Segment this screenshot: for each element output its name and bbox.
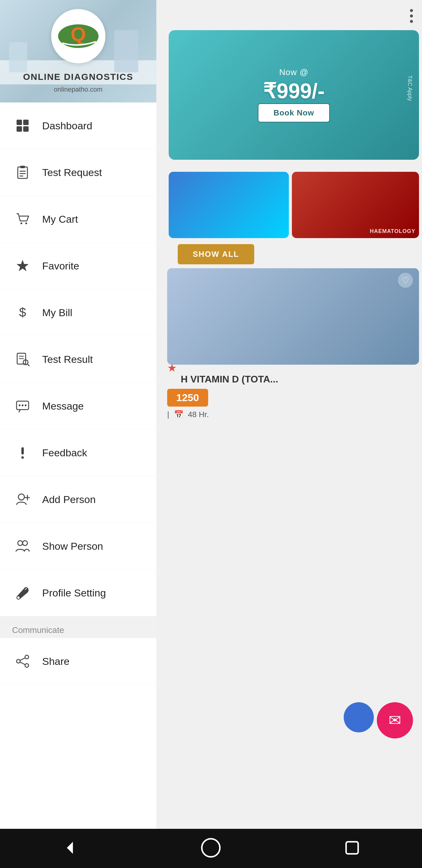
test-request-label: Test Request	[42, 167, 102, 179]
add-person-label: Add Person	[42, 494, 96, 505]
clipboard-icon	[12, 162, 33, 183]
profile-setting-label: Profile Setting	[42, 587, 106, 599]
my-bill-label: My Bill	[42, 307, 72, 318]
heart-icon[interactable]: ♡	[398, 273, 413, 288]
product-card[interactable]: ♡	[167, 268, 419, 365]
brand-name: ONLINE DIAGNOSTICS	[0, 72, 156, 82]
sidebar-item-my-bill[interactable]: $ My Bill	[0, 289, 156, 336]
svg-text:$: $	[19, 305, 26, 319]
product-name: H VITAMIN D (TOTA...	[181, 374, 419, 385]
bottom-navigation-bar	[0, 829, 422, 868]
svg-point-22	[22, 404, 24, 406]
sidebar-item-favorite[interactable]: Favorite	[0, 243, 156, 289]
persons-icon	[12, 535, 33, 557]
show-person-label: Show Person	[42, 540, 103, 552]
svg-rect-3	[23, 120, 29, 125]
time-info: | 📅 48 Hr.	[167, 410, 209, 419]
svg-point-33	[25, 664, 29, 667]
promo-now-label: Now @	[279, 67, 309, 77]
svg-point-23	[25, 404, 27, 406]
sidebar-item-feedback[interactable]: Feedback	[0, 430, 156, 476]
svg-point-30	[23, 541, 27, 546]
star-menu-icon	[12, 255, 33, 276]
svg-point-21	[19, 404, 21, 406]
svg-point-29	[18, 541, 23, 546]
sidebar-drawer: Q ONLINE DIAGNOSTICS onlinepatho.com Das…	[0, 0, 156, 868]
promo-price: ₹999/-	[263, 79, 325, 103]
calendar-icon: 📅	[174, 410, 184, 419]
sidebar-item-dashboard[interactable]: Dashboard	[0, 102, 156, 149]
show-all-button[interactable]: SHOW ALL	[178, 244, 254, 264]
svg-rect-24	[21, 447, 24, 455]
search-doc-icon	[12, 349, 33, 370]
category-card-haematology[interactable]: HAEMATOLOGY	[292, 172, 419, 238]
logo-inner: Q	[56, 13, 101, 59]
svg-point-11	[21, 222, 22, 224]
haematology-label: HAEMATOLOGY	[370, 228, 415, 235]
q-logo-svg: Q	[57, 23, 99, 50]
book-now-button[interactable]: Book Now	[258, 103, 330, 122]
svg-marker-37	[67, 842, 73, 854]
svg-line-35	[20, 658, 25, 660]
promo-card: Now @ ₹999/- T&C Apply Book Now	[169, 30, 419, 160]
svg-point-38	[202, 839, 220, 857]
svg-rect-5	[23, 126, 29, 132]
cart-icon	[12, 209, 33, 230]
dashboard-label: Dashboard	[42, 120, 92, 132]
test-result-label: Test Result	[42, 353, 93, 365]
nav-recent-button[interactable]	[343, 839, 361, 858]
sidebar-item-profile-setting[interactable]: Profile Setting	[0, 569, 156, 616]
svg-rect-2	[17, 120, 22, 125]
svg-point-32	[25, 655, 29, 659]
star-icon[interactable]: ★	[167, 362, 177, 374]
sidebar-item-add-person[interactable]: Add Person	[0, 476, 156, 523]
category-cards-row: HAEMATOLOGY	[169, 172, 419, 238]
svg-point-26	[19, 494, 24, 500]
menu-list: Dashboard Test Request My Cart Favorite	[0, 102, 156, 868]
dollar-icon: $	[12, 302, 33, 323]
lab-item-2	[114, 30, 138, 72]
svg-point-34	[17, 659, 20, 663]
price-tag: 1250	[167, 389, 208, 407]
svg-point-12	[25, 222, 27, 224]
message-label: Message	[42, 400, 84, 412]
svg-rect-6	[18, 167, 27, 179]
sidebar-item-test-request[interactable]: Test Request	[0, 149, 156, 196]
nav-home-button[interactable]	[200, 837, 221, 860]
svg-line-36	[20, 662, 25, 664]
sidebar-item-message[interactable]: Message	[0, 383, 156, 430]
wrench-icon	[12, 582, 33, 603]
sidebar-item-test-result[interactable]: Test Result	[0, 336, 156, 383]
svg-point-31	[17, 596, 20, 599]
category-card-blue[interactable]	[169, 172, 289, 238]
three-dot-menu[interactable]	[410, 9, 413, 23]
email-fab-button[interactable]: ✉	[377, 702, 413, 738]
svg-marker-13	[17, 260, 29, 271]
time-value: 48 Hr.	[188, 410, 209, 419]
grid-icon	[12, 115, 33, 136]
add-person-icon	[12, 489, 33, 510]
my-cart-label: My Cart	[42, 213, 78, 225]
share-icon	[12, 651, 33, 672]
separator: |	[167, 410, 169, 419]
share-label: Share	[42, 655, 70, 667]
sidebar-item-show-person[interactable]: Show Person	[0, 523, 156, 569]
sidebar-item-share[interactable]: Share	[0, 638, 156, 685]
logo-circle: Q	[51, 9, 105, 63]
blue-circle-decoration	[344, 702, 374, 733]
tc-label: T&C Apply	[407, 75, 413, 101]
svg-text:Q: Q	[70, 23, 86, 45]
exclamation-icon	[12, 442, 33, 463]
svg-rect-39	[346, 842, 358, 854]
communicate-section-header: Communicate	[0, 616, 156, 638]
sidebar-item-my-cart[interactable]: My Cart	[0, 196, 156, 243]
sidebar-header: Q ONLINE DIAGNOSTICS onlinepatho.com	[0, 0, 156, 102]
feedback-label: Feedback	[42, 447, 87, 459]
price-value: 1250	[176, 392, 199, 403]
svg-rect-7	[20, 166, 25, 168]
brand-url: onlinepatho.com	[0, 86, 156, 93]
message-icon	[12, 396, 33, 416]
lab-item-1	[9, 42, 27, 72]
svg-rect-25	[21, 456, 24, 459]
nav-back-button[interactable]	[61, 839, 79, 858]
